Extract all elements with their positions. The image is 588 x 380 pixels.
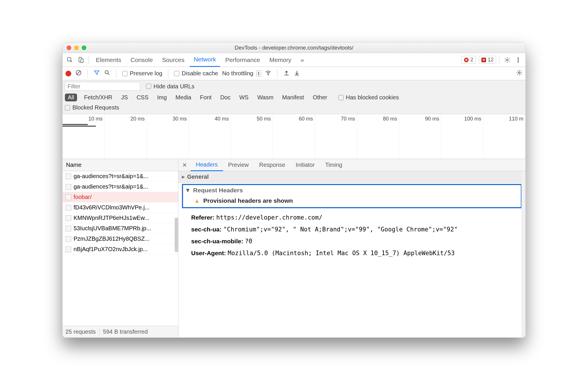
request-name: KMNWpnRJTP6eHJs1wEw... (74, 215, 149, 221)
request-headers-list: Referer: https://developer.chrome.com/se… (178, 209, 525, 264)
header-key: Referer: (191, 214, 216, 221)
general-section-header[interactable]: ▶ General (178, 171, 525, 182)
filter-type-manifest[interactable]: Manifest (280, 94, 306, 101)
timeline[interactable]: 10 ms20 ms30 ms40 ms50 ms60 ms70 ms80 ms… (63, 114, 525, 159)
request-headers-highlight: ▼ Request Headers ▲ Provisional headers … (182, 184, 522, 208)
issue-count-pill[interactable]: ✕ 12 (479, 56, 496, 64)
header-key: sec-ch-ua: (191, 226, 223, 233)
request-name: foobar/ (74, 194, 92, 200)
timeline-label: 70 ms (315, 114, 357, 124)
svg-line-10 (108, 74, 109, 75)
tab-elements[interactable]: Elements (92, 53, 125, 67)
request-row[interactable]: 53IuclsjUVBaBME7MPRb.jp... (63, 223, 178, 234)
request-row[interactable]: foobar/ (63, 192, 178, 202)
tab-sources[interactable]: Sources (158, 53, 189, 67)
detail-tab-headers[interactable]: Headers (191, 159, 223, 171)
filter-type-css[interactable]: CSS (135, 94, 150, 101)
record-button[interactable] (65, 71, 71, 76)
request-name: ga-audiences?t=sr&aip=1&... (74, 173, 148, 180)
separator (499, 56, 499, 64)
blocked-requests-checkbox[interactable]: Blocked Requests (65, 104, 523, 111)
scrollbar[interactable] (175, 218, 178, 252)
file-icon (65, 205, 71, 211)
has-blocked-cookies-checkbox[interactable]: Has blocked cookies (338, 94, 399, 101)
throttling-select[interactable]: No throttling ▲▼ (222, 70, 261, 77)
close-window-button[interactable] (67, 45, 71, 50)
clear-icon[interactable] (75, 70, 82, 77)
filter-type-doc[interactable]: Doc (218, 94, 232, 101)
separator (116, 69, 116, 78)
separator (87, 69, 88, 78)
svg-point-6 (518, 61, 519, 62)
tab-memory[interactable]: Memory (265, 53, 295, 67)
filter-toggle-icon[interactable] (94, 70, 100, 77)
disable-cache-checkbox[interactable]: Disable cache (174, 70, 218, 77)
request-list-panel: Name ga-audiences?t=sr&aip=1&...ga-audie… (63, 159, 178, 337)
svg-rect-2 (81, 59, 83, 63)
request-status-bar: 25 requests 594 B transferred (63, 326, 178, 337)
scrollbar[interactable] (521, 171, 525, 337)
separator (89, 56, 89, 64)
timeline-label: 100 ms (441, 114, 483, 124)
filter-type-js[interactable]: JS (119, 94, 129, 101)
maximize-window-button[interactable] (82, 45, 86, 50)
minimize-window-button[interactable] (74, 45, 79, 50)
filter-type-all[interactable]: All (65, 94, 77, 101)
request-row[interactable]: PzmJZBgZBJ612Hy8QBSZ... (63, 234, 178, 244)
filter-type-font[interactable]: Font (198, 94, 213, 101)
inspect-element-icon[interactable] (65, 55, 75, 65)
request-list[interactable]: ga-audiences?t=sr&aip=1&...ga-audiences?… (63, 171, 178, 326)
collapse-icon: ▶ (182, 175, 185, 179)
svg-point-12 (518, 72, 520, 74)
tab-console[interactable]: Console (127, 53, 157, 67)
request-row[interactable]: KMNWpnRJTP6eHJs1wEw... (63, 213, 178, 223)
detail-tab-timing[interactable]: Timing (320, 159, 347, 171)
hide-data-urls-checkbox[interactable]: Hide data URLs (146, 83, 194, 90)
filter-type-img[interactable]: Img (156, 94, 169, 101)
timeline-label: 90 ms (399, 114, 441, 124)
tab-performance[interactable]: Performance (221, 53, 264, 67)
network-toolbar: Preserve log Disable cache No throttling… (63, 67, 525, 80)
request-headers-section-header[interactable]: ▼ Request Headers (183, 185, 521, 196)
request-row[interactable]: ga-audiences?t=sr&aip=1&... (63, 171, 178, 182)
error-count-pill[interactable]: ✕ 2 (461, 56, 476, 64)
header-row: sec-ch-ua-mobile: ?0 (191, 235, 519, 247)
request-row[interactable]: fD43v6RiVCDlmo3WhVPe.j... (63, 202, 178, 213)
network-conditions-icon[interactable] (265, 70, 271, 77)
device-toolbar-icon[interactable] (76, 55, 86, 65)
detail-tab-initiator[interactable]: Initiator (291, 159, 320, 171)
network-settings-icon[interactable] (516, 70, 523, 77)
filter-type-other[interactable]: Other (311, 94, 329, 101)
filter-type-ws[interactable]: WS (238, 94, 250, 101)
request-list-header[interactable]: Name (63, 159, 178, 171)
transferred-size: 594 B transferred (99, 328, 148, 335)
close-detail-icon[interactable]: ✕ (178, 162, 191, 169)
detail-body[interactable]: ▶ General ▼ Request Headers ▲ Provisiona… (178, 171, 525, 337)
download-har-icon[interactable] (294, 70, 300, 77)
preserve-log-checkbox[interactable]: Preserve log (122, 70, 162, 77)
detail-tab-response[interactable]: Response (254, 159, 291, 171)
svg-point-3 (506, 59, 508, 61)
request-row[interactable]: nBjAqf1PuX7O2nvJbJck.jp... (63, 244, 178, 255)
devtools-window: DevTools - developer.chrome.com/tags/dev… (62, 42, 526, 338)
request-row[interactable]: ga-audiences?t=sr&aip=1&... (63, 182, 178, 192)
svg-line-8 (77, 71, 81, 75)
filter-types: All Fetch/XHR JS CSS Img Media Font Doc … (65, 94, 523, 101)
kebab-menu-icon[interactable] (513, 55, 523, 65)
header-value: "Chromium";v="92", " Not A;Brand";v="99"… (223, 226, 458, 233)
filter-type-media[interactable]: Media (174, 94, 193, 101)
search-icon[interactable] (104, 70, 110, 77)
timeline-label: 10 ms (63, 114, 105, 124)
filter-input[interactable]: Filter (65, 82, 140, 91)
filter-type-fetchxhr[interactable]: Fetch/XHR (82, 94, 114, 101)
header-value: Mozilla/5.0 (Macintosh; Intel Mac OS X 1… (228, 250, 455, 257)
upload-har-icon[interactable] (283, 70, 290, 77)
settings-icon[interactable] (502, 55, 512, 65)
tabs-overflow[interactable]: » (297, 53, 308, 67)
file-icon (65, 246, 71, 252)
filter-row: Filter Hide data URLs All Fetch/XHR JS C… (63, 80, 525, 114)
tab-network[interactable]: Network (190, 53, 220, 67)
filter-type-wasm[interactable]: Wasm (255, 94, 275, 101)
detail-tab-preview[interactable]: Preview (223, 159, 254, 171)
svg-point-5 (518, 59, 519, 60)
